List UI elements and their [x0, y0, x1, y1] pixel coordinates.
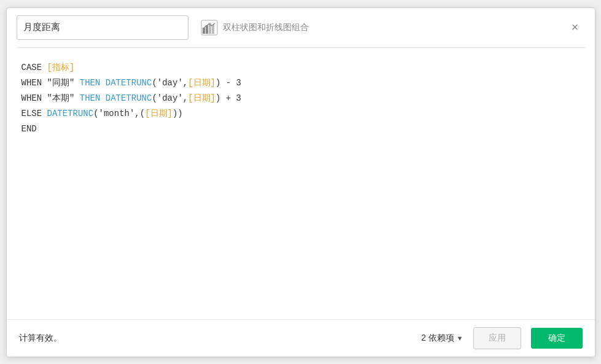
- code-token: "同期": [47, 76, 75, 91]
- code-line: END: [21, 122, 580, 137]
- code-token: CASE: [21, 60, 42, 76]
- code-token: [指标]: [47, 60, 75, 76]
- code-token: ) + 3: [215, 91, 241, 106]
- code-token: ) - 3: [215, 76, 241, 91]
- chart-type-area: 双柱状图和折线图组合: [201, 19, 309, 36]
- code-token: ELSE: [21, 106, 42, 122]
- code-line: WHEN "本期" THEN DATETRUNC('day',[日期]) + 3: [21, 91, 580, 106]
- code-token: [42, 106, 47, 122]
- code-token: [日期]: [145, 106, 173, 122]
- code-token: WHEN: [21, 76, 42, 91]
- code-token: END: [21, 122, 37, 137]
- ok-button[interactable]: 确定: [531, 328, 583, 349]
- code-token: THEN: [80, 76, 101, 91]
- code-token: ('day',: [152, 76, 188, 91]
- code-token: [74, 76, 79, 91]
- code-token: [42, 60, 47, 76]
- deps-label: 2 依赖项: [421, 333, 454, 344]
- calculation-dialog: 双柱状图和折线图组合 × CASE [指标]WHEN "同期" THEN DAT…: [6, 7, 595, 357]
- chart-type-label: 双柱状图和折线图组合: [223, 22, 309, 33]
- code-token: [42, 91, 47, 106]
- code-line: CASE [指标]: [21, 60, 580, 76]
- code-token: THEN: [80, 91, 101, 106]
- code-token: [100, 76, 105, 91]
- chart-type-icon: [201, 19, 218, 36]
- close-button[interactable]: ×: [565, 18, 585, 37]
- code-token: [42, 76, 47, 91]
- code-token: [74, 91, 79, 106]
- code-token: [100, 91, 105, 106]
- dialog-header: 双柱状图和折线图组合 ×: [7, 8, 595, 47]
- code-token: WHEN: [21, 91, 42, 106]
- code-token: ('day',: [152, 91, 188, 106]
- code-token: DATETRUNC: [47, 106, 94, 122]
- validation-status: 计算有效。: [19, 333, 62, 344]
- code-line: WHEN "同期" THEN DATETRUNC('day',[日期]) - 3: [21, 76, 580, 91]
- dependencies-button[interactable]: 2 依赖项 ▼: [421, 333, 463, 344]
- code-token: DATETRUNC: [106, 76, 152, 91]
- code-token: DATETRUNC: [106, 91, 152, 106]
- code-token: ('month',(: [93, 106, 145, 122]
- code-token: )): [173, 106, 183, 122]
- dialog-footer: 计算有效。 2 依赖项 ▼ 应用 确定: [7, 319, 595, 357]
- apply-button[interactable]: 应用: [473, 327, 521, 349]
- code-token: [日期]: [188, 76, 215, 91]
- code-token: [日期]: [188, 91, 215, 106]
- chevron-down-icon: ▼: [457, 335, 463, 342]
- code-editor-area[interactable]: CASE [指标]WHEN "同期" THEN DATETRUNC('day',…: [7, 48, 595, 319]
- calculation-title-input[interactable]: [17, 15, 188, 40]
- code-line: ELSE DATETRUNC('month',([日期])): [21, 106, 580, 122]
- code-token: "本期": [47, 91, 75, 106]
